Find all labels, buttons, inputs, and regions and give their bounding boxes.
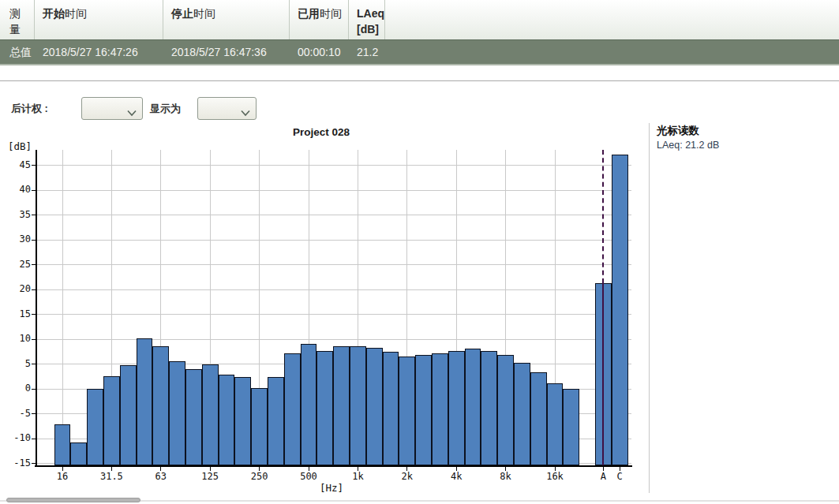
y-axis-tick — [32, 439, 36, 439]
cell-stop-time: 2018/5/27 16:47:36 — [163, 40, 290, 64]
bar-C[interactable] — [612, 155, 628, 465]
header-label: 时间 — [193, 7, 215, 20]
x-axis-tick-label: 125 — [191, 471, 229, 482]
bar-630[interactable] — [316, 351, 333, 466]
bar-25[interactable] — [87, 389, 103, 465]
gridline-horizontal — [37, 264, 631, 265]
bar-160[interactable] — [219, 375, 235, 465]
y-axis-tick-label: 25 — [2, 259, 31, 270]
y-axis-tick — [32, 413, 36, 414]
x-axis-line — [35, 465, 632, 467]
header-label: 时间 — [320, 7, 342, 20]
bar-31.5[interactable] — [103, 376, 120, 465]
bar-12.5k[interactable] — [530, 372, 547, 465]
bar-1.6k[interactable] — [383, 352, 399, 465]
gridline-horizontal — [37, 190, 631, 191]
cursor-readout-title: 光标读数 — [657, 124, 699, 138]
x-axis-tick-label: 250 — [241, 471, 279, 482]
header-label: 时间 — [65, 7, 87, 20]
bar-63[interactable] — [152, 346, 169, 465]
chart-controls: 后计权 : 显示为 — [0, 97, 649, 121]
bar-20k[interactable] — [563, 389, 579, 465]
y-axis-tick — [32, 339, 36, 340]
bar-315[interactable] — [268, 377, 284, 465]
bar-800[interactable] — [333, 346, 350, 465]
y-axis-unit-label: [dB] — [8, 140, 32, 152]
bar-6.3k[interactable] — [481, 351, 497, 465]
bar-100[interactable] — [185, 369, 202, 465]
header-stop-time: 停止时间 — [163, 0, 290, 39]
chart-title: Project 028 — [203, 126, 440, 138]
bar-1.25k[interactable] — [366, 348, 383, 465]
bar-400[interactable] — [284, 353, 301, 465]
bar-4k[interactable] — [448, 351, 465, 465]
header-start-time: 开始时间 — [35, 0, 163, 39]
display-as-select[interactable] — [197, 97, 257, 120]
header-label: 停止 — [171, 7, 193, 20]
gridline-horizontal — [37, 215, 631, 215]
x-axis-unit-label: [Hz] — [292, 482, 371, 494]
y-axis-tick-label: -10 — [2, 432, 31, 443]
measurement-table: 测量 开始时间 停止时间 已用时间 LAeq [dB] 总值 2018/5/27… — [0, 0, 839, 65]
table-selected-row[interactable]: 总值 2018/5/27 16:47:26 2018/5/27 16:47:36… — [0, 39, 839, 65]
header-laeq: LAeq [dB] — [349, 0, 385, 39]
bar-50[interactable] — [137, 338, 153, 465]
x-axis-tick-label: 16k — [536, 471, 574, 482]
bar-16[interactable] — [54, 424, 71, 465]
header-measurement: 测量 — [0, 0, 35, 39]
header-filler — [385, 0, 839, 39]
header-label: 开始 — [43, 7, 65, 20]
y-axis-tick-label: 30 — [2, 233, 31, 245]
display-as-label: 显示为 — [150, 102, 181, 116]
bar-5k[interactable] — [465, 349, 481, 465]
cursor-readout-value: LAeq: 21.2 dB — [657, 140, 719, 151]
bar-40[interactable] — [120, 365, 137, 465]
bar-250[interactable] — [251, 388, 268, 465]
y-axis-tick — [32, 240, 36, 241]
cell-elapsed-time: 00:00:10 — [290, 40, 349, 64]
y-axis-tick — [32, 190, 36, 191]
bar-8k[interactable] — [497, 355, 514, 465]
bar-16k[interactable] — [547, 383, 564, 465]
y-axis-tick-label: 20 — [2, 283, 31, 294]
cursor-line-dashed — [602, 150, 604, 283]
post-weighting-select[interactable] — [81, 97, 143, 120]
y-axis-tick — [32, 215, 36, 215]
app-window: 测量 开始时间 停止时间 已用时间 LAeq [dB] 总值 2018/5/27… — [0, 0, 839, 504]
chevron-down-icon — [127, 106, 137, 113]
bar-200[interactable] — [234, 377, 251, 465]
x-axis-tick-label: 2k — [388, 471, 426, 482]
post-weighting-label: 后计权 : — [11, 102, 48, 116]
bar-20[interactable] — [70, 442, 87, 465]
bar-125[interactable] — [202, 364, 219, 466]
header-label: 测量 — [9, 7, 21, 35]
bar-3.15k[interactable] — [432, 353, 448, 465]
header-label: 已用 — [298, 7, 320, 20]
x-axis-tick-label: 63 — [142, 471, 180, 482]
bar-500[interactable] — [301, 344, 317, 465]
y-axis-tick-label: 15 — [2, 308, 31, 319]
bar-10k[interactable] — [514, 363, 530, 465]
spectrum-plot: 454035302520151050-5-10-15 — [37, 150, 631, 465]
y-axis-tick-label: -15 — [2, 457, 31, 469]
y-axis-tick-label: -5 — [2, 408, 31, 419]
x-axis-tick-label: C — [601, 471, 639, 482]
y-axis-tick — [32, 364, 36, 364]
cursor-line-solid — [602, 283, 604, 465]
y-axis-tick-label: 40 — [2, 184, 31, 195]
bar-80[interactable] — [169, 361, 185, 465]
cell-laeq: 21.2 — [349, 40, 385, 64]
gridline-horizontal — [37, 289, 631, 290]
splitter-handle[interactable] — [6, 498, 140, 502]
x-axis-tick-label: 1k — [339, 471, 376, 482]
bar-1k[interactable] — [350, 346, 366, 465]
x-axis-tick-label: 8k — [487, 471, 525, 482]
y-axis-tick-label: 5 — [2, 358, 31, 369]
y-axis-tick-label: 0 — [2, 383, 31, 394]
gridline-horizontal — [37, 314, 631, 315]
cell-start-time: 2018/5/27 16:47:26 — [35, 40, 163, 64]
x-axis-tick-label: 16 — [43, 471, 81, 482]
header-elapsed-time: 已用时间 — [290, 0, 349, 39]
bar-2k[interactable] — [399, 357, 415, 465]
bar-2.5k[interactable] — [415, 355, 432, 465]
